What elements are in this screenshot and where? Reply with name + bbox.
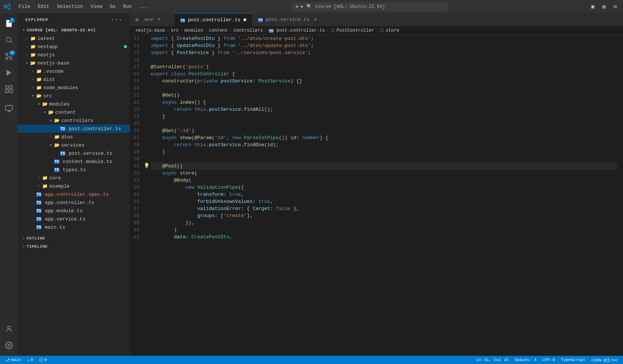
back-button[interactable]: ◀ bbox=[295, 4, 298, 9]
breadcrumb-sep-2: › bbox=[180, 28, 183, 33]
folder-dist[interactable]: › 📁 dist bbox=[18, 75, 130, 84]
status-position[interactable]: Ln 31, Col 15 bbox=[475, 358, 510, 362]
layout-3-button[interactable]: ⊡ bbox=[611, 3, 619, 11]
folder-example[interactable]: › 📁 example bbox=[18, 182, 130, 190]
forward-button[interactable]: ▶ bbox=[301, 4, 303, 9]
explorer-more-icon[interactable]: ··· bbox=[110, 16, 122, 23]
menu-edit[interactable]: Edit bbox=[35, 3, 52, 10]
run-debug-icon[interactable] bbox=[1, 65, 16, 80]
status-encoding[interactable]: UTF-8 bbox=[541, 358, 557, 362]
breadcrumb-class[interactable]: PostController bbox=[337, 28, 374, 33]
breadcrumb-file[interactable]: post.controller.ts bbox=[277, 28, 325, 33]
folder-nestapp[interactable]: › 📁 nestapp bbox=[18, 43, 130, 51]
vscode-arrow-icon: › bbox=[30, 68, 36, 74]
vscode-label: .vscode bbox=[43, 69, 64, 74]
menu-more[interactable]: ... bbox=[136, 3, 151, 10]
error-count: 0 bbox=[31, 358, 33, 362]
search-icon[interactable] bbox=[1, 32, 16, 47]
lightbulb-icon[interactable]: 💡 bbox=[145, 163, 150, 170]
outline-section[interactable]: › OUTLINE bbox=[18, 234, 130, 242]
file-post-service[interactable]: TS post.service.ts bbox=[18, 149, 130, 157]
file-types[interactable]: TS types.ts bbox=[18, 166, 130, 174]
status-warnings[interactable]: ⓘ 0 bbox=[38, 357, 49, 363]
post-service-tab-label: post.service.ts bbox=[266, 17, 309, 22]
tab-post-controller[interactable]: TS post.controller.ts bbox=[175, 13, 252, 26]
remote-icon[interactable] bbox=[1, 101, 16, 116]
source-control-icon[interactable]: 19 bbox=[1, 49, 16, 64]
post-service-tab-icon: TS bbox=[258, 17, 263, 22]
status-errors[interactable]: ⚠ 0 bbox=[25, 358, 34, 363]
code-content[interactable]: import { CreatePostDto } from '../dtos/c… bbox=[145, 35, 623, 356]
settings-icon[interactable] bbox=[1, 338, 16, 353]
timeline-section[interactable]: › TIMELINE bbox=[18, 242, 130, 251]
folder-dtos[interactable]: › 📁 dtos bbox=[18, 133, 130, 141]
status-language[interactable]: TypeScript bbox=[560, 358, 587, 362]
breadcrumb-controllers[interactable]: controllers bbox=[233, 28, 263, 33]
post-controller-label: post.controller.ts bbox=[69, 126, 121, 132]
folder-src[interactable]: ▾ 📂 src bbox=[18, 92, 130, 100]
file-app-module[interactable]: TS app.module.ts bbox=[18, 207, 130, 215]
nestjs-folder-icon: 📁 bbox=[30, 52, 36, 58]
file-main[interactable]: TS main.ts bbox=[18, 223, 130, 231]
breadcrumb-modules[interactable]: modules bbox=[184, 28, 203, 33]
app-service-ts-icon: TS bbox=[36, 216, 42, 222]
folder-node-modules[interactable]: › 📁 node_modules bbox=[18, 84, 130, 92]
breadcrumb-class-icon: ⬡ bbox=[331, 28, 334, 33]
branch-name: main bbox=[11, 358, 21, 362]
menu-view[interactable]: View bbox=[88, 3, 105, 10]
file-post-controller[interactable]: TS post.controller.ts bbox=[18, 125, 130, 133]
extensions-icon[interactable] bbox=[1, 82, 16, 97]
menu-run[interactable]: Run bbox=[120, 3, 134, 10]
breadcrumb-method[interactable]: store bbox=[386, 28, 399, 33]
breadcrumb-content[interactable]: content bbox=[209, 28, 228, 33]
code-line-26: @Get(':id') bbox=[151, 127, 617, 134]
code-line-28: return this.postService.findOne(id); bbox=[151, 141, 617, 148]
status-branch[interactable]: ⎇ main bbox=[4, 358, 22, 363]
account-icon[interactable] bbox=[1, 321, 16, 336]
menu-selection[interactable]: Selection bbox=[54, 3, 86, 10]
status-spaces[interactable]: Spaces: 4 bbox=[513, 358, 538, 362]
nestjs-arrow-icon: › bbox=[24, 52, 30, 58]
file-app-service[interactable]: TS app.service.ts bbox=[18, 215, 130, 223]
code-line-25 bbox=[151, 120, 617, 127]
files-icon[interactable]: 1 bbox=[1, 16, 16, 31]
folder-nestjs[interactable]: › 📁 nestjs bbox=[18, 51, 130, 59]
code-line-36: forbidUnknownValues: true, bbox=[151, 198, 617, 205]
layout-2-button[interactable]: ▤ bbox=[600, 3, 608, 11]
post-controller-tab-icon: TS bbox=[180, 17, 185, 23]
file-app-controller[interactable]: TS app.controller.ts bbox=[18, 198, 130, 207]
folder-modules[interactable]: ▾ 📂 modules bbox=[18, 100, 130, 108]
tab-env[interactable]: ⚙ .env × bbox=[130, 13, 175, 26]
folder-latest[interactable]: › 📁 latest bbox=[18, 34, 130, 43]
post-service-tab-close[interactable]: × bbox=[312, 17, 318, 23]
folder-nestjs-base[interactable]: ▾ 📂 nestjs-base bbox=[18, 59, 130, 67]
modules-label: modules bbox=[49, 101, 70, 107]
global-search-bar[interactable]: ◀ ▶ 🔍 course [WSL: Ubuntu-22.04] bbox=[292, 2, 448, 11]
file-app-controller-spec[interactable]: TS app.controller.spec.ts bbox=[18, 190, 130, 198]
layout-1-button[interactable]: ▣ bbox=[589, 3, 597, 11]
breadcrumb-nestjs-base[interactable]: nestjs-base bbox=[135, 28, 165, 33]
branch-icon: ⎇ bbox=[5, 358, 10, 363]
breadcrumb-src[interactable]: src bbox=[171, 28, 179, 33]
tab-post-service[interactable]: TS post.service.ts × bbox=[252, 13, 324, 26]
folder-vscode[interactable]: › 📁 .vscode bbox=[18, 67, 130, 75]
services-arrow-icon: ▾ bbox=[48, 142, 54, 148]
code-line-40: ) bbox=[151, 226, 617, 233]
folder-core[interactable]: › 📁 core bbox=[18, 174, 130, 182]
env-tab-close[interactable]: × bbox=[156, 17, 162, 23]
menu-bar: File Edit Selection View Go Run ... bbox=[16, 3, 151, 10]
menu-go[interactable]: Go bbox=[107, 3, 119, 10]
title-bar: File Edit Selection View Go Run ... ◀ ▶ … bbox=[0, 0, 623, 13]
main-ts-icon: TS bbox=[36, 224, 42, 230]
menu-file[interactable]: File bbox=[16, 3, 33, 10]
timeline-arrow-icon: › bbox=[22, 244, 25, 249]
workspace-root[interactable]: ▾ COURSE [WSL: UBUNTU-22.04] bbox=[18, 26, 130, 34]
folder-services[interactable]: ▾ 📂 services bbox=[18, 141, 130, 149]
code-line-35: transform: true, bbox=[151, 191, 617, 198]
latest-label: latest bbox=[37, 36, 55, 41]
types-spacer bbox=[48, 167, 54, 173]
file-content-module[interactable]: TS content.module.ts bbox=[18, 157, 130, 166]
folder-controllers[interactable]: ▾ 📂 controllers bbox=[18, 116, 130, 125]
post-service-ts-icon: TS bbox=[60, 150, 66, 156]
folder-content[interactable]: ▾ 📂 content bbox=[18, 108, 130, 116]
